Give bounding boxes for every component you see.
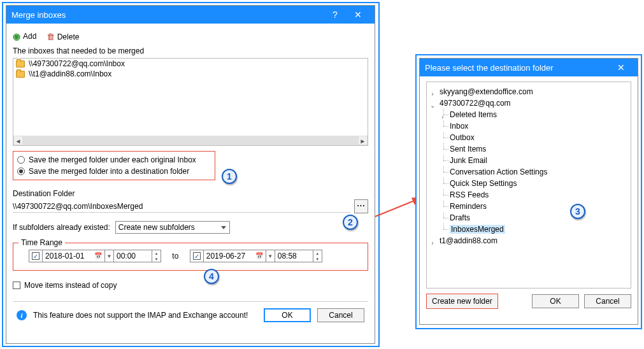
to-enable-checkbox[interactable]: ✓ [190, 250, 204, 262]
radio-destination-folder[interactable]: Save the merged folder into a destinatio… [17, 166, 211, 177]
folder-tree[interactable]: ›skyyang@extendoffice.com ⌄497300722@qq.… [426, 82, 631, 288]
cancel-button[interactable]: Cancel [584, 294, 631, 308]
info-icon: i [17, 310, 27, 320]
dialog-footer: i This feature does not support the IMAP… [13, 301, 368, 326]
checkbox-icon [13, 281, 20, 289]
folder-icon [16, 71, 25, 78]
radio-label: Save the merged folder under each origin… [29, 155, 196, 164]
list-item[interactable]: \\497300722@qq.com\Inbox [13, 59, 368, 69]
inbox-list-label: The inboxes that needed to be merged [13, 45, 368, 58]
to-label: to [163, 252, 187, 260]
create-new-folder-button[interactable]: Create new folder [426, 294, 498, 309]
radio-under-original[interactable]: Save the merged folder under each origin… [17, 154, 211, 166]
save-mode-group: Save the merged folder under each origin… [13, 151, 215, 180]
tree-account[interactable]: ⌄497300722@qq.com ›Deleted Items Inbox O… [429, 97, 628, 235]
inbox-list[interactable]: \\497300722@qq.com\Inbox \\t1@addin88.co… [13, 58, 368, 146]
trash-icon: 🗑 [47, 32, 55, 41]
callout-3: 3 [570, 204, 585, 219]
list-item[interactable]: \\t1@addin88.com\Inbox [13, 69, 368, 79]
destination-input[interactable]: \\497300722@qq.com\InboxesMerged [13, 201, 350, 213]
calendar-icon: 📅 [255, 252, 263, 259]
delete-label: Delete [57, 32, 80, 41]
tree-folder[interactable]: ›Deleted Items [440, 109, 628, 120]
toolbar: ◉ Add 🗑 Delete [13, 29, 368, 45]
horizontal-scrollbar[interactable]: ◄ ► [13, 136, 368, 145]
inbox-path: \\t1@addin88.com\Inbox [29, 69, 111, 78]
picker-footer: Create new folder OK Cancel [420, 288, 638, 314]
destination-folder-dialog: Please select the destination folder ✕ ›… [419, 58, 638, 325]
to-date-dropdown[interactable]: ▼ [266, 250, 275, 262]
tree-folder-selected[interactable]: InboxesMerged [440, 224, 628, 235]
titlebar-main: Merge inboxes ? ✕ [6, 6, 375, 24]
from-enable-checkbox[interactable]: ✓ [29, 250, 43, 262]
inbox-path: \\497300722@qq.com\Inbox [29, 59, 125, 68]
destination-label: Destination Folder [13, 189, 368, 198]
tree-account[interactable]: ›t1@addin88.com [429, 235, 628, 246]
add-button[interactable]: ◉ Add [13, 31, 36, 41]
merge-inboxes-dialog: Merge inboxes ? ✕ ◉ Add 🗑 Delete The inb… [6, 5, 375, 344]
from-date-input[interactable]: 2018-01-01 📅 [43, 250, 105, 262]
from-date-dropdown[interactable]: ▼ [105, 250, 114, 262]
to-time-spinner[interactable]: ▲▼ [313, 250, 322, 262]
close-button[interactable]: ✕ [347, 10, 369, 20]
tree-folder[interactable]: Junk Email [440, 155, 628, 166]
ok-button[interactable]: OK [264, 308, 311, 322]
move-label: Move items instead of copy [24, 281, 117, 290]
from-time-spinner[interactable]: ▲▼ [152, 250, 161, 262]
callout-4: 4 [204, 269, 219, 284]
tree-folder[interactable]: Quick Step Settings [440, 178, 628, 189]
radio-label: Save the merged folder into a destinatio… [29, 167, 189, 176]
help-button[interactable]: ? [324, 10, 347, 20]
to-date-group: ✓ 2019-06-27 📅 ▼ 08:58 ▲▼ [190, 250, 322, 262]
info-text: This feature does not support the IMAP a… [33, 311, 248, 320]
move-instead-checkbox[interactable]: Move items instead of copy [13, 281, 368, 290]
subfolders-label: If subfolders already existed: [13, 223, 110, 232]
tree-folder[interactable]: Sent Items [440, 143, 628, 155]
callout-2: 2 [343, 215, 358, 230]
tree-folder[interactable]: Conversation Action Settings [440, 166, 628, 178]
tree-folder[interactable]: Inbox [440, 120, 628, 132]
collapse-icon[interactable]: ⌄ [429, 100, 436, 111]
tree-account[interactable]: ›skyyang@extendoffice.com [429, 86, 628, 97]
radio-icon [17, 167, 25, 175]
titlebar-picker: Please select the destination folder ✕ [420, 59, 638, 76]
picker-title: Please select the destination folder [425, 63, 554, 73]
scroll-left-icon[interactable]: ◄ [13, 136, 23, 145]
calendar-icon: 📅 [94, 252, 102, 259]
combo-value: Create new subfolders [118, 223, 195, 232]
radio-icon [17, 156, 25, 164]
subfolders-combo[interactable]: Create new subfolders [115, 221, 230, 234]
to-date-input[interactable]: 2019-06-27 📅 [204, 250, 266, 262]
tree-folder[interactable]: Outbox [440, 132, 628, 143]
browse-button[interactable]: ··· [354, 199, 368, 213]
close-button[interactable]: ✕ [610, 62, 633, 73]
to-time-input[interactable]: 08:58 [275, 250, 313, 262]
tree-folder[interactable]: RSS Feeds [440, 189, 628, 201]
delete-button[interactable]: 🗑 Delete [47, 32, 80, 41]
from-time-input[interactable]: 00:00 [114, 250, 152, 262]
window-title: Merge inboxes [11, 10, 66, 20]
callout-1: 1 [222, 169, 237, 184]
ok-button[interactable]: OK [532, 294, 579, 308]
expand-icon[interactable]: › [429, 238, 436, 249]
tree-folder[interactable]: Drafts [440, 212, 628, 224]
plus-icon: ◉ [13, 31, 20, 41]
from-date-group: ✓ 2018-01-01 📅 ▼ 00:00 ▲▼ [29, 250, 161, 262]
add-label: Add [23, 32, 36, 41]
scroll-track[interactable] [23, 136, 358, 145]
tree-folder[interactable]: Reminders [440, 201, 628, 212]
folder-icon [16, 61, 25, 68]
time-range-fieldset: Time Range ✓ 2018-01-01 📅 ▼ 00:00 ▲▼ to … [13, 243, 368, 271]
scroll-right-icon[interactable]: ► [358, 136, 368, 145]
time-range-legend: Time Range [18, 238, 65, 247]
cancel-button[interactable]: Cancel [317, 308, 364, 322]
